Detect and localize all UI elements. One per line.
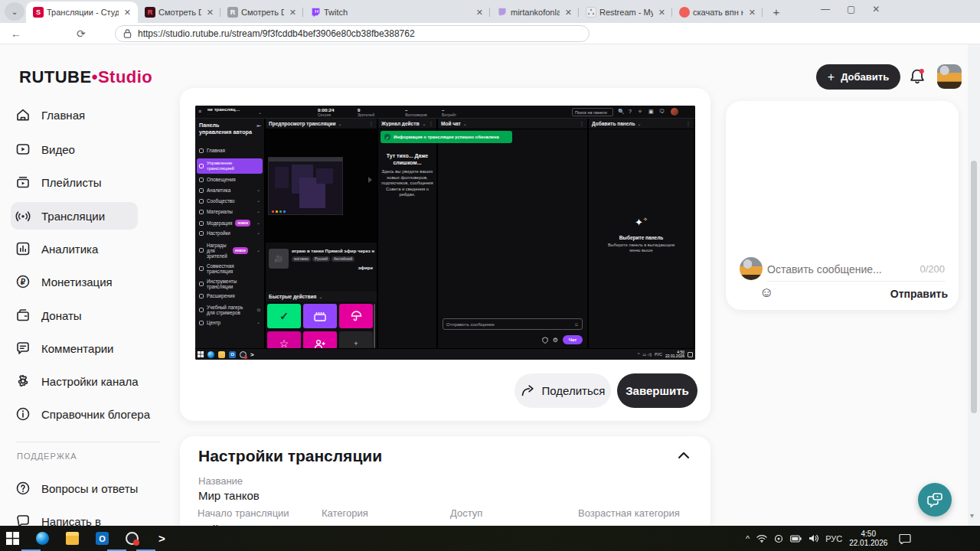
notifications-bell-icon[interactable] bbox=[908, 67, 926, 86]
tab-restream[interactable]: Restream - Мультитра ✕ bbox=[579, 2, 672, 23]
tw-video-preview[interactable] bbox=[266, 129, 377, 243]
tw-avatar[interactable] bbox=[671, 108, 678, 116]
collapse-chevron-icon[interactable] bbox=[677, 450, 691, 461]
tw-sparkle-icon[interactable]: ✧ bbox=[638, 109, 642, 115]
inner-notification-icon[interactable] bbox=[688, 352, 693, 357]
tw-chat-input[interactable]: Отправить сообщение ☺ bbox=[443, 318, 583, 330]
page-scrollbar-thumb[interactable] bbox=[971, 161, 977, 413]
tw-panel-search-input[interactable]: Поиск на панели bbox=[572, 108, 613, 116]
inner-tray-chevron[interactable]: ^ bbox=[638, 352, 639, 357]
tw-column-menu-icon[interactable]: ⋮ bbox=[686, 121, 691, 127]
tab-close-icon[interactable]: ✕ bbox=[656, 8, 668, 18]
tw-chat-icon[interactable]: 🗨 bbox=[659, 109, 665, 114]
speaker-icon[interactable] bbox=[808, 534, 818, 543]
finish-stream-button[interactable]: Завершить bbox=[617, 373, 697, 408]
user-avatar[interactable] bbox=[937, 64, 962, 89]
stream-preview-screenshot[interactable]: ≡ не трансляц… · · · · · ⌄ 0:00:24 Сесси… bbox=[195, 106, 695, 360]
inner-obs-icon[interactable] bbox=[240, 351, 247, 358]
tab-close-icon[interactable]: ✕ bbox=[122, 8, 133, 18]
tw-inbox-icon[interactable]: ▣ bbox=[648, 109, 654, 115]
window-close-button[interactable]: ✕ bbox=[872, 4, 880, 15]
wifi-icon[interactable] bbox=[756, 534, 767, 543]
tab-drim-tim-2[interactable]: R Смотреть DRim Tim ||| ✕ bbox=[220, 2, 303, 23]
tw-item-costream[interactable]: Совместная трансляция bbox=[197, 262, 263, 275]
inner-clock[interactable]: 4:5022.01.2026 bbox=[665, 350, 684, 359]
tw-item-center[interactable]: Центр⌄ bbox=[197, 320, 263, 325]
tw-column-menu-icon[interactable]: ⋮ bbox=[580, 121, 585, 127]
outlook-icon[interactable]: O bbox=[96, 532, 109, 545]
tw-item-moderation[interactable]: Модерацияновое⌄ bbox=[197, 220, 263, 227]
clock[interactable]: 4:5022.01.2026 bbox=[849, 530, 887, 548]
tw-collapse-icon[interactable]: ⇤ bbox=[256, 123, 261, 129]
tw-item-stream-manager[interactable]: Управление трансляцией bbox=[197, 158, 263, 174]
tw-column-menu-icon[interactable]: ⋮ bbox=[369, 121, 374, 127]
tab-vpn[interactable]: скачать впн на пк бес ✕ bbox=[672, 2, 763, 23]
share-button[interactable]: Поделиться bbox=[514, 373, 611, 408]
tab-drim-tim-1[interactable]: R Смотреть DRim Tim ||| ✕ bbox=[138, 2, 220, 23]
tw-menu-icon[interactable]: ≡ bbox=[198, 109, 204, 115]
tw-column-menu-icon[interactable]: ⋮ bbox=[429, 121, 434, 127]
tw-action-raid[interactable] bbox=[339, 304, 373, 328]
tw-action-clip[interactable] bbox=[303, 304, 337, 328]
tw-chat-button[interactable]: Чат bbox=[563, 335, 583, 344]
tw-item-home[interactable]: Главная bbox=[197, 148, 263, 153]
tab-close-icon[interactable]: ✕ bbox=[746, 8, 758, 18]
sidebar-item-playlists[interactable]: Плейлисты bbox=[15, 173, 102, 191]
chat-message-field[interactable]: 0/200 bbox=[767, 257, 945, 282]
sidebar-item-donations[interactable]: Донаты bbox=[15, 306, 82, 324]
tray-app-icon[interactable] bbox=[774, 534, 783, 543]
tw-quick-actions-header[interactable]: Быстрые действия⌄ bbox=[266, 292, 377, 302]
sidebar-item-analytics[interactable]: Аналитика bbox=[15, 240, 98, 258]
app-chevron-icon[interactable]: > bbox=[155, 532, 168, 545]
sidebar-item-monetization[interactable]: ₽ Монетизация bbox=[15, 272, 113, 291]
tw-chevron-icon[interactable]: ⌄ bbox=[258, 109, 262, 115]
tab-twitch[interactable]: Twitch ✕ bbox=[303, 2, 490, 23]
tab-mirtankofonlain[interactable]: mirtankofonlain - Twit ✕ bbox=[490, 2, 579, 23]
tw-search-icon[interactable]: 🔍 bbox=[618, 109, 625, 115]
sidebar-item-channel-settings[interactable]: Настройки канала bbox=[15, 372, 139, 390]
edge-icon[interactable] bbox=[36, 532, 49, 545]
name-value[interactable]: Мир танков bbox=[198, 489, 260, 502]
sidebar-item-comments[interactable]: Комментарии bbox=[15, 339, 113, 357]
emoji-icon[interactable]: ☺ bbox=[760, 285, 773, 301]
tab-close-icon[interactable]: ✕ bbox=[287, 8, 299, 18]
support-chat-fab[interactable] bbox=[918, 483, 952, 517]
tw-item-bootcamp[interactable]: Учебный лагерь для стримеров⧉ bbox=[197, 304, 263, 316]
tw-item-analytics[interactable]: Аналитика⌄ bbox=[197, 187, 263, 193]
inner-language[interactable]: РУС bbox=[655, 352, 662, 357]
tab-search-chevron-icon[interactable]: ⌄ bbox=[5, 2, 24, 21]
sidebar-item-home[interactable]: Главная bbox=[15, 106, 85, 124]
tab-close-icon[interactable]: ✕ bbox=[204, 8, 216, 18]
tw-emote-icon[interactable]: ☺ bbox=[574, 322, 579, 327]
start-button[interactable] bbox=[6, 532, 19, 545]
tw-item-alerts[interactable]: Оповещения bbox=[197, 177, 263, 182]
scrollbar-down-arrow[interactable]: ▾ bbox=[970, 511, 974, 520]
inner-folder-icon[interactable] bbox=[218, 351, 225, 358]
tw-quick-actions-scrollbar[interactable] bbox=[374, 304, 375, 348]
sidebar-item-video[interactable]: Видео bbox=[15, 140, 75, 158]
tab-close-icon[interactable]: ✕ bbox=[563, 8, 574, 18]
tw-help-icon[interactable]: ? bbox=[629, 109, 632, 114]
inner-start-icon[interactable] bbox=[198, 351, 204, 357]
tray-chevron-icon[interactable]: ^ bbox=[746, 534, 750, 543]
url-field[interactable]: https://studio.rutube.ru/stream/9f3fcddb… bbox=[115, 25, 590, 42]
battery-icon[interactable] bbox=[790, 535, 802, 543]
chat-message-input[interactable] bbox=[767, 263, 920, 276]
inner-edge-icon[interactable] bbox=[207, 351, 214, 358]
new-tab-button[interactable]: + bbox=[767, 2, 786, 21]
inner-chevron-app-icon[interactable]: > bbox=[250, 351, 254, 358]
language-indicator[interactable]: РУС bbox=[825, 534, 842, 543]
sidebar-item-blogger-guide[interactable]: Справочник блогера bbox=[15, 405, 150, 423]
back-button[interactable]: ← bbox=[11, 26, 21, 41]
obs-icon[interactable] bbox=[126, 532, 139, 545]
tw-item-community[interactable]: Сообщество⌄ bbox=[197, 198, 263, 204]
sidebar-item-faq[interactable]: Вопросы и ответы bbox=[15, 479, 138, 497]
tw-action-edit-info[interactable]: ✓ bbox=[267, 304, 301, 328]
tw-item-rewards[interactable]: Награды для зрителейновое⌄ bbox=[197, 242, 263, 259]
sidebar-item-broadcasts[interactable]: Трансляции bbox=[15, 207, 105, 225]
tw-shield-icon[interactable] bbox=[542, 337, 548, 344]
notification-center-icon[interactable] bbox=[899, 533, 911, 544]
window-minimize-button[interactable]: — bbox=[821, 4, 830, 15]
tw-item-stream-tools[interactable]: Инструменты трансляции bbox=[197, 278, 263, 290]
tw-item-extensions[interactable]: Расширения bbox=[197, 293, 263, 298]
